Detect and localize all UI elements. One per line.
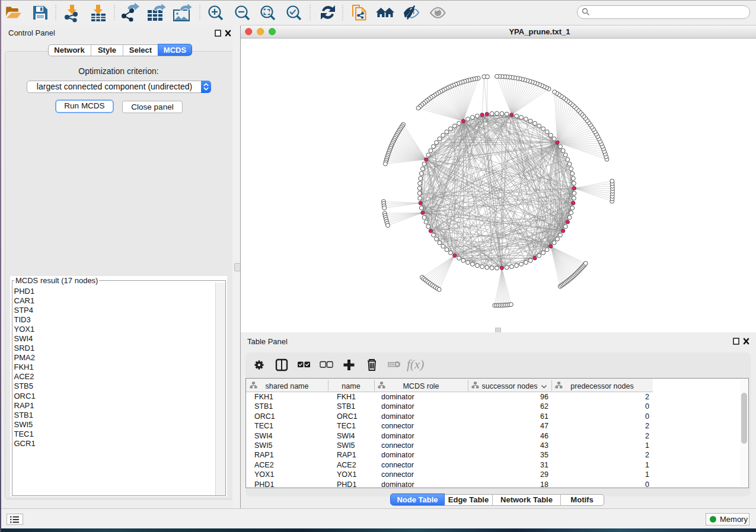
- svg-text:f(x): f(x): [407, 357, 424, 371]
